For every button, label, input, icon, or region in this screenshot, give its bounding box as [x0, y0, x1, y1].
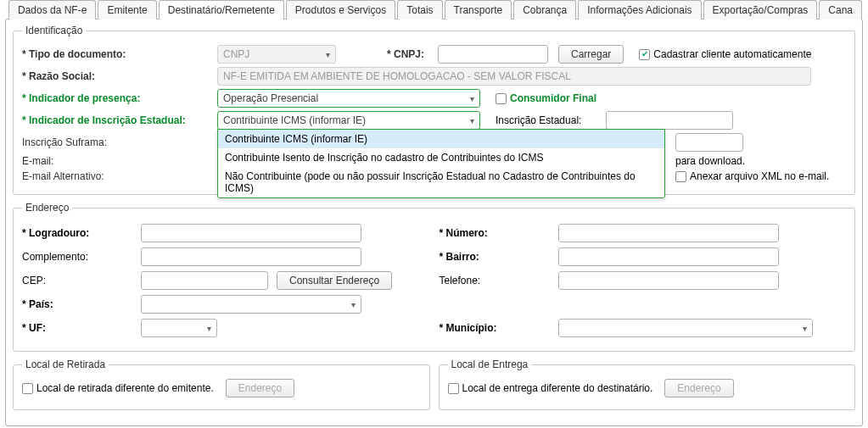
indicador-presenca-value: Operação Presencial	[223, 92, 318, 104]
endereco-legend: Endereço	[22, 202, 72, 214]
municipio-combo[interactable]: ▾	[558, 319, 813, 337]
email-label: E-mail:	[22, 155, 217, 167]
consumidor-final-label: Consumidor Final	[510, 92, 596, 104]
checkbox-icon	[675, 171, 686, 182]
razao-social-input: NF-E EMITIDA EM AMBIENTE DE HOMOLOGACAO …	[217, 67, 811, 86]
telefone-label: Telefone:	[440, 275, 558, 286]
inscricao-suframa-input-tail[interactable]	[675, 133, 743, 152]
numero-input[interactable]	[558, 224, 779, 242]
complemento-input[interactable]	[141, 247, 361, 266]
checkbox-icon	[448, 383, 459, 394]
inscricao-suframa-label: Inscrição Suframa:	[22, 136, 217, 148]
indicador-ie-dropdown: Contribuinte ICMS (informar IE) Contribu…	[217, 129, 665, 198]
local-entrega-label: Local de entrega diferente do destinatár…	[462, 382, 653, 394]
uf-combo[interactable]: ▾	[141, 319, 217, 337]
chevron-down-icon: ▾	[326, 50, 330, 59]
razao-social-label: * Razão Social:	[22, 70, 217, 82]
chevron-down-icon: ▾	[470, 116, 474, 125]
bairro-label: * Bairro:	[440, 251, 558, 263]
tab-dados-nfe[interactable]: Dados da NF-e	[8, 0, 96, 19]
cep-label: CEP:	[22, 275, 141, 286]
tab-exportacao[interactable]: Exportação/Compras	[703, 0, 818, 19]
telefone-input[interactable]	[558, 271, 779, 290]
chevron-down-icon: ▾	[470, 94, 474, 103]
email-alt-label: E-mail Alternativo:	[22, 170, 217, 182]
endereco-fieldset: Endereço * Logradouro: Complemento: CEP:…	[13, 202, 855, 352]
logradouro-input[interactable]	[141, 224, 361, 242]
complemento-label: Complemento:	[22, 251, 141, 263]
uf-label: * UF:	[22, 322, 141, 334]
checkbox-icon	[496, 93, 507, 104]
local-retirada-legend: Local de Retirada	[22, 359, 109, 370]
tab-cana[interactable]: Cana	[819, 0, 862, 19]
municipio-label: * Município:	[440, 322, 558, 334]
email-hint: para download.	[675, 155, 745, 167]
tab-produtos[interactable]: Produtos e Serviços	[286, 0, 395, 19]
local-retirada-checkbox[interactable]: Local de retirada diferente do emitente.	[22, 382, 214, 394]
identificacao-fieldset: Identificação * Tipo de documento: CNPJ …	[13, 25, 855, 195]
tab-emitente[interactable]: Emitente	[98, 0, 156, 19]
cadastrar-auto-checkbox[interactable]: ✔ Cadastrar cliente automaticamente	[639, 48, 811, 60]
razao-social-value: NF-E EMITIDA EM AMBIENTE DE HOMOLOGACAO …	[223, 70, 571, 82]
cnpj-label: * CNPJ:	[387, 48, 438, 60]
tab-totais[interactable]: Totais	[397, 0, 442, 19]
consultar-endereco-button[interactable]: Consultar Endereço	[277, 271, 392, 290]
anexar-xml-label: Anexar arquivo XML no e-mail.	[690, 170, 829, 182]
tab-transporte[interactable]: Transporte	[445, 0, 512, 19]
local-retirada-label: Local de retirada diferente do emitente.	[36, 382, 214, 394]
indicador-ie-combo[interactable]: Contribuinte ICMS (informar IE) ▾	[217, 111, 480, 130]
entrega-endereco-button: Endereço	[664, 379, 733, 397]
inscricao-estadual-input[interactable]	[606, 111, 733, 130]
chevron-down-icon: ▾	[803, 324, 807, 333]
consumidor-final-checkbox[interactable]: Consumidor Final	[496, 92, 596, 104]
tipo-documento-label: * Tipo de documento:	[22, 48, 217, 60]
retirada-endereco-button: Endereço	[226, 379, 294, 397]
tab-panel: Identificação * Tipo de documento: CNPJ …	[5, 19, 863, 426]
pais-label: * País:	[22, 298, 141, 310]
tipo-documento-value: CNPJ	[223, 48, 249, 60]
checkbox-icon: ✔	[639, 49, 650, 60]
tab-destinatario[interactable]: Destinatário/Remetente	[159, 0, 284, 19]
local-retirada-fieldset: Local de Retirada Local de retirada dife…	[13, 359, 430, 410]
checkbox-icon	[22, 383, 33, 394]
tab-strip: Dados da NF-e Emitente Destinatário/Reme…	[0, 0, 868, 19]
bairro-input[interactable]	[558, 247, 779, 266]
cadastrar-auto-label: Cadastrar cliente automaticamente	[653, 48, 811, 60]
chevron-down-icon: ▾	[207, 324, 211, 333]
indicador-ie-value: Contribuinte ICMS (informar IE)	[223, 114, 366, 126]
tipo-documento-combo: CNPJ ▾	[217, 45, 336, 64]
pais-combo[interactable]: ▾	[141, 295, 361, 314]
tab-cobranca[interactable]: Cobrança	[513, 0, 576, 19]
indicador-ie-option[interactable]: Contribuinte Isento de Inscrição no cada…	[218, 148, 664, 167]
indicador-ie-option[interactable]: Contribuinte ICMS (informar IE)	[218, 130, 664, 148]
local-entrega-legend: Local de Entrega	[448, 359, 532, 370]
local-entrega-fieldset: Local de Entrega Local de entrega difere…	[439, 359, 856, 410]
indicador-ie-option[interactable]: Não Contribuinte (pode ou não possuir In…	[218, 167, 664, 197]
indicador-presenca-combo[interactable]: Operação Presencial ▾	[217, 89, 480, 108]
tab-info-adicionais[interactable]: Informações Adicionais	[578, 0, 701, 19]
anexar-xml-checkbox[interactable]: Anexar arquivo XML no e-mail.	[675, 170, 829, 182]
logradouro-label: * Logradouro:	[22, 227, 141, 239]
numero-label: * Número:	[440, 227, 558, 239]
cep-input[interactable]	[141, 271, 268, 290]
indicador-ie-label: * Indicador de Inscrição Estadual:	[22, 114, 217, 126]
chevron-down-icon: ▾	[351, 300, 356, 309]
carregar-button[interactable]: Carregar	[558, 45, 624, 64]
local-entrega-checkbox[interactable]: Local de entrega diferente do destinatár…	[448, 382, 653, 394]
indicador-presenca-label: * Indicador de presença:	[22, 92, 217, 104]
identificacao-legend: Identificação	[22, 25, 86, 36]
cnpj-input[interactable]	[438, 45, 548, 64]
inscricao-estadual-label: Inscrição Estadual:	[496, 114, 606, 126]
